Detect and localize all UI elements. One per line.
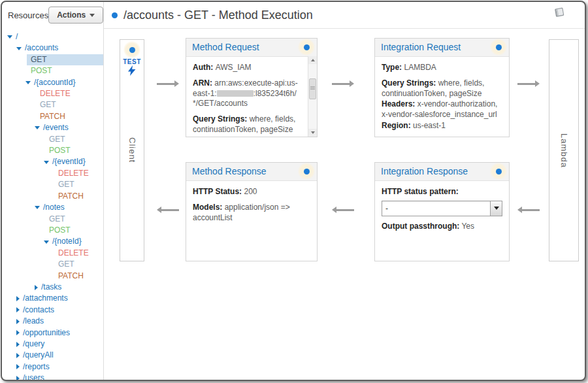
tree-item-label: POST xyxy=(49,145,71,156)
method-request-card: Method Request Auth: AWS_IAMARN: arn:aws… xyxy=(186,38,318,137)
integration-request-link[interactable]: Integration Request xyxy=(375,39,461,56)
tree-item-label: GET xyxy=(31,54,47,65)
method-status-dot-icon xyxy=(112,12,118,18)
tree-item-label: /opportunities xyxy=(23,327,70,339)
collapse-arrow-icon[interactable] xyxy=(16,319,20,324)
collapse-arrow-icon[interactable] xyxy=(16,364,20,369)
tree-method-patch[interactable]: PATCH xyxy=(2,191,103,202)
select-dropdown-button[interactable] xyxy=(490,201,502,216)
collapse-arrow-icon[interactable] xyxy=(16,307,20,312)
lambda-box: Lambda xyxy=(549,39,579,261)
tree-resource-leads[interactable]: /leads xyxy=(2,316,103,327)
integration-response-card: Integration Response HTTP status pattern… xyxy=(374,162,510,261)
method-response-link[interactable]: Method Response xyxy=(186,163,267,180)
collapse-arrow-icon[interactable] xyxy=(16,330,20,335)
tree-resource-accounts[interactable]: /accounts xyxy=(2,42,103,54)
expand-arrow-icon[interactable] xyxy=(16,47,22,50)
tree-item-label: GET xyxy=(58,259,74,270)
tree-item-label: /contacts xyxy=(23,305,54,316)
field-row: ARN: arn:aws:execute-api:us-east-1::l835… xyxy=(193,78,301,109)
integration-request-body: Type: LAMBDAQuery Strings: where, fields… xyxy=(375,56,509,137)
tree-resource-users[interactable]: /users xyxy=(2,373,103,380)
tree-resource-events[interactable]: /events xyxy=(2,122,103,133)
tree-item-label: /attachments xyxy=(23,293,68,304)
field-row: Headers: x-vendor-authorization, x-vendo… xyxy=(382,99,502,120)
tree-resource-notes[interactable]: /notes xyxy=(2,202,103,213)
tree-item-label: /events xyxy=(43,122,69,133)
expand-arrow-icon[interactable] xyxy=(35,126,40,129)
tree-method-delete[interactable]: DELETE xyxy=(2,248,103,259)
page-title: /accounts - GET - Method Execution xyxy=(123,8,313,22)
tree-method-get[interactable]: GET xyxy=(2,214,103,225)
expand-arrow-icon[interactable] xyxy=(44,161,49,164)
tree-method-get[interactable]: GET xyxy=(2,99,103,110)
resources-heading: Resources xyxy=(8,10,48,20)
method-response-status-halo xyxy=(298,163,315,180)
tree-resource-tasks[interactable]: /tasks xyxy=(2,282,103,293)
tree-resource-attachments[interactable]: /attachments xyxy=(2,293,103,304)
field-row: Models: application/json => accountList xyxy=(193,203,310,224)
integration-response-link[interactable]: Integration Response xyxy=(375,163,468,180)
method-request-link[interactable]: Method Request xyxy=(186,39,259,56)
field-row: Query Strings: where, fields, continuati… xyxy=(193,114,301,135)
expand-arrow-icon[interactable] xyxy=(25,81,31,84)
documentation-book-icon[interactable] xyxy=(552,7,566,22)
collapse-arrow-icon[interactable] xyxy=(16,342,20,347)
collapse-arrow-icon[interactable] xyxy=(35,285,38,290)
tree-resource-query[interactable]: /query xyxy=(2,339,103,350)
tree-method-get[interactable]: GET xyxy=(2,179,103,190)
status-dot-icon xyxy=(496,44,502,50)
tree-resource-opportunities[interactable]: /opportunities xyxy=(2,327,103,339)
select-value: - xyxy=(382,204,388,213)
tree-method-post[interactable]: POST xyxy=(2,65,103,76)
client-label: Client xyxy=(120,40,144,261)
expand-arrow-icon[interactable] xyxy=(7,35,12,39)
tree-item-label: /queryAll xyxy=(23,350,54,361)
tree-item-label: PATCH xyxy=(58,191,84,202)
tree-resource-queryall[interactable]: /queryAll xyxy=(2,350,103,361)
tree-resource-contacts[interactable]: /contacts xyxy=(2,305,103,316)
field-row: Auth: AWS_IAM xyxy=(193,63,301,73)
actions-button[interactable]: Actions xyxy=(48,7,103,24)
collapse-arrow-icon[interactable] xyxy=(16,376,20,380)
scroll-down-icon[interactable] xyxy=(308,129,317,137)
field-row: Headers: x-vendor- xyxy=(193,136,301,137)
expand-arrow-icon[interactable] xyxy=(44,241,49,244)
tree-resource-noteid[interactable]: /{noteId} xyxy=(2,236,103,247)
tree-item-label: PATCH xyxy=(58,271,84,282)
collapse-arrow-icon[interactable] xyxy=(16,296,20,301)
tree-item-label: /leads xyxy=(23,316,44,327)
tree-method-get[interactable]: GET xyxy=(2,54,103,65)
output-passthrough-value: Yes xyxy=(461,222,474,231)
collapse-arrow-icon[interactable] xyxy=(16,353,20,358)
tree-item-label: /{accountId} xyxy=(34,77,75,88)
flow-arrow-left xyxy=(517,207,540,213)
tree-method-post[interactable]: POST xyxy=(2,225,103,236)
tree-item-label: /{noteId} xyxy=(52,236,82,247)
tree-method-delete[interactable]: DELETE xyxy=(2,88,103,99)
tree-method-get[interactable]: GET xyxy=(2,134,103,145)
tree-resource-accountid[interactable]: /{accountId} xyxy=(2,77,103,88)
field-row: Type: LAMBDA xyxy=(382,63,502,73)
scrollbar[interactable] xyxy=(308,56,317,137)
scroll-up-icon[interactable] xyxy=(308,56,317,64)
tree-method-patch[interactable]: PATCH xyxy=(2,271,103,282)
field-row: Query Strings: where, fields, continuati… xyxy=(382,78,502,99)
http-status-pattern-select[interactable]: - xyxy=(382,201,502,216)
tree-method-post[interactable]: POST xyxy=(2,145,103,156)
scrollbar-thumb[interactable] xyxy=(309,78,316,99)
tree-resource-reports[interactable]: /reports xyxy=(2,361,103,373)
expand-arrow-icon[interactable] xyxy=(35,206,40,209)
tree-item-label: GET xyxy=(49,214,65,225)
app-window: Resources Actions //accountsGETPOST/{acc… xyxy=(1,1,586,381)
chevron-down-icon xyxy=(90,14,95,17)
tree-item-label: PATCH xyxy=(40,111,65,122)
tree-resource-eventid[interactable]: /{eventId} xyxy=(2,156,103,167)
integration-request-status-halo xyxy=(490,39,507,56)
tree-method-patch[interactable]: PATCH xyxy=(2,111,103,122)
tree-item-label: GET xyxy=(40,99,56,110)
tree-method-get[interactable]: GET xyxy=(2,259,103,270)
tree-resource-root[interactable]: / xyxy=(2,31,103,42)
tree-method-delete[interactable]: DELETE xyxy=(2,168,103,179)
integration-response-body: HTTP status pattern: - Output passthroug… xyxy=(375,180,509,261)
